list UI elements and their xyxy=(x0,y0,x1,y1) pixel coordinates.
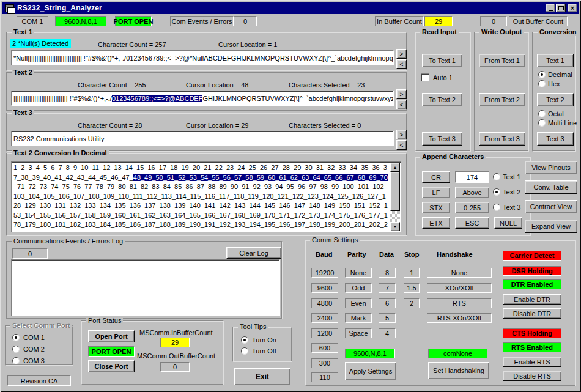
baud-1200[interactable]: 1200 xyxy=(311,328,338,338)
tooltips-off-radio[interactable] xyxy=(241,347,248,355)
multiline-radio[interactable] xyxy=(538,119,546,127)
view-pinouts-button[interactable]: View Pinouts xyxy=(525,161,577,174)
disable-rts-button[interactable]: Disable RTS xyxy=(503,371,561,381)
null-button[interactable]: NULL xyxy=(494,217,522,229)
range-0-255-button[interactable]: 0-255 xyxy=(455,202,489,213)
stx-button[interactable]: STX xyxy=(422,202,450,213)
baud-9600[interactable]: 9600 xyxy=(311,283,338,293)
scroll-thumb[interactable] xyxy=(390,172,400,211)
scroll-down-button[interactable]: ▼ xyxy=(390,222,400,231)
handshake-rts[interactable]: RTS xyxy=(427,298,492,308)
append-text2-radio[interactable] xyxy=(493,188,500,196)
close-button[interactable]: × xyxy=(568,4,577,12)
handshake-none[interactable]: None xyxy=(427,268,492,278)
text1-field[interactable]: *Null||||||||||||||||||||||||||||||| !"#… xyxy=(11,50,394,65)
com2-label[interactable]: COM 2 xyxy=(23,346,45,353)
data-8[interactable]: 8 xyxy=(379,268,396,278)
hex-label[interactable]: Hex xyxy=(548,80,560,87)
octal-label[interactable]: Octal xyxy=(548,110,564,117)
comm-log-list[interactable] xyxy=(11,259,280,316)
parity-none[interactable]: None xyxy=(345,268,372,278)
expand-view-button[interactable]: Expand View xyxy=(525,220,577,233)
parity-even[interactable]: Even xyxy=(345,298,372,308)
com3-radio[interactable] xyxy=(12,357,20,364)
above-button[interactable]: Above xyxy=(455,187,489,198)
to-text3-button[interactable]: To Text 3 xyxy=(422,132,462,146)
disable-dtr-button[interactable]: Disable DTR xyxy=(503,308,561,319)
text1-scroll-left-button[interactable]: < xyxy=(396,59,407,69)
auto1-label[interactable]: Auto 1 xyxy=(433,74,453,81)
baud-110[interactable]: 110 xyxy=(311,372,338,382)
append-value-input[interactable] xyxy=(455,171,489,183)
hex-radio[interactable] xyxy=(538,80,546,87)
baud-300[interactable]: 300 xyxy=(311,358,338,368)
parity-space[interactable]: Space xyxy=(345,328,372,338)
decimal-radio[interactable] xyxy=(538,71,546,78)
com1-radio[interactable] xyxy=(12,334,20,341)
maximize-button[interactable] xyxy=(556,4,566,12)
append-text3-radio[interactable] xyxy=(493,204,500,211)
append-text1-label[interactable]: Text 1 xyxy=(503,173,520,180)
tooltips-on-label[interactable]: Turn On xyxy=(252,336,276,344)
text2-scroll-left-button[interactable]: < xyxy=(396,100,407,109)
append-text3-label[interactable]: Text 3 xyxy=(503,204,520,211)
multiline-label[interactable]: Multi Line xyxy=(548,119,577,127)
baud-600[interactable]: 600 xyxy=(311,343,338,353)
lf-button[interactable]: LF xyxy=(422,187,450,198)
auto1-checkbox[interactable] xyxy=(421,73,429,81)
from-text3-button[interactable]: From Text 3 xyxy=(479,132,525,146)
handshake-rts-xon-xoff[interactable]: RTS-XOn/XOff xyxy=(427,313,492,323)
text2-field[interactable]: ||||||||||||||||||||||||||||||| !"#$%&'(… xyxy=(11,91,394,106)
from-text1-button[interactable]: From Text 1 xyxy=(479,54,525,67)
convert-text3-button[interactable]: Text 3 xyxy=(537,132,574,146)
convert-text1-button[interactable]: Text 1 xyxy=(537,54,574,67)
stop-1-5[interactable]: 1.5 xyxy=(404,283,420,293)
tooltips-off-label[interactable]: Turn Off xyxy=(252,347,276,355)
parity-mark[interactable]: Mark xyxy=(345,313,372,323)
com1-label[interactable]: COM 1 xyxy=(23,334,45,341)
stop-2[interactable]: 2 xyxy=(404,298,420,308)
exit-button[interactable]: Exit xyxy=(234,368,290,385)
data-5[interactable]: 5 xyxy=(379,313,396,323)
baud-19200[interactable]: 19200 xyxy=(311,268,338,278)
stop-1[interactable]: 1 xyxy=(404,268,420,278)
com3-label[interactable]: COM 3 xyxy=(23,357,45,364)
data-4[interactable]: 4 xyxy=(379,328,396,338)
text2-scroll-right-button[interactable]: > xyxy=(396,89,407,99)
close-port-button[interactable]: Close Port xyxy=(88,360,135,372)
text3-scroll-right-button[interactable]: > xyxy=(396,130,407,139)
set-handshaking-button[interactable]: Set Handshaking xyxy=(428,362,489,379)
etx-button[interactable]: ETX xyxy=(422,217,450,229)
clear-log-button[interactable]: Clear Log xyxy=(226,247,281,259)
data-6[interactable]: 6 xyxy=(379,298,396,308)
baud-2400[interactable]: 2400 xyxy=(311,313,338,323)
esc-button[interactable]: ESC xyxy=(455,217,489,229)
enable-rts-button[interactable]: Enable RTS xyxy=(503,357,561,367)
enable-dtr-button[interactable]: Enable DTR xyxy=(503,294,561,305)
text3-field[interactable]: RS232 Communications Utility xyxy=(11,131,394,146)
append-text1-radio[interactable] xyxy=(493,173,500,180)
to-text1-button[interactable]: To Text 1 xyxy=(422,54,462,67)
tooltips-on-radio[interactable] xyxy=(241,336,248,344)
contract-view-button[interactable]: Contract View xyxy=(525,200,577,213)
com2-radio[interactable] xyxy=(12,346,20,353)
convert-text2-button[interactable]: Text 2 xyxy=(537,93,574,106)
from-text2-button[interactable]: From Text 2 xyxy=(479,93,525,106)
baud-4800[interactable]: 4800 xyxy=(311,298,338,308)
handshake-xon-xoff[interactable]: XOn/XOff xyxy=(427,283,492,293)
scroll-up-button[interactable]: ▲ xyxy=(390,163,400,172)
conversion-view-box[interactable]: 1_2_3_4_5_6_7_8_9_10_11_12_13_14_15_16_1… xyxy=(11,161,401,232)
octal-radio[interactable] xyxy=(538,110,546,117)
text3-scroll-left-button[interactable]: < xyxy=(396,140,407,150)
append-text2-label[interactable]: Text 2 xyxy=(503,188,520,196)
conversion-scrollbar[interactable]: ▲ ▼ xyxy=(390,163,400,231)
data-7[interactable]: 7 xyxy=(379,283,396,293)
decimal-label[interactable]: Decimal xyxy=(548,71,572,78)
cr-button[interactable]: CR xyxy=(422,171,450,183)
to-text2-button[interactable]: To Text 2 xyxy=(422,93,462,106)
text1-scroll-right-button[interactable]: > xyxy=(396,49,407,59)
titlebar[interactable]: RS232_String_Analyzer × xyxy=(2,2,579,14)
conv-table-button[interactable]: Conv. Table xyxy=(525,180,577,194)
open-port-button[interactable]: Open Port xyxy=(88,330,135,342)
parity-odd[interactable]: Odd xyxy=(345,283,372,293)
